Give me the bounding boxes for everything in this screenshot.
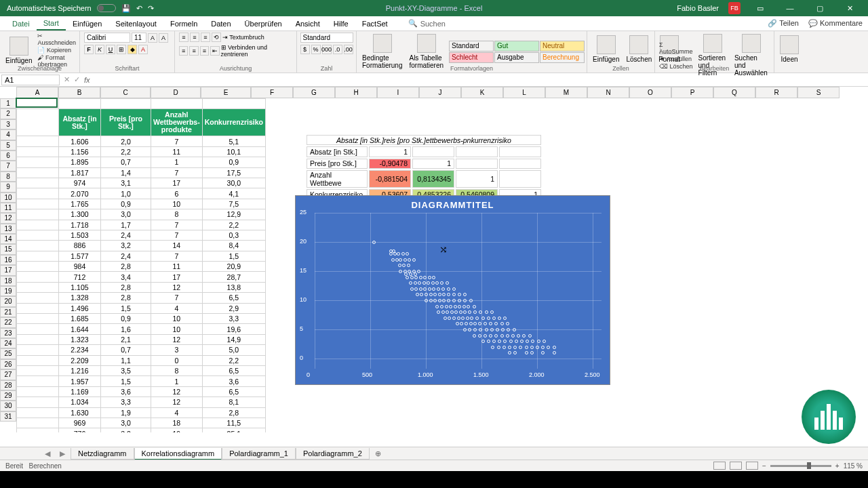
currency-icon[interactable]: $ (300, 45, 310, 54)
fill-button[interactable]: ▼ Ausfüllen (659, 56, 693, 62)
row-header[interactable]: 30 (0, 401, 16, 411)
row-header[interactable]: 13 (0, 224, 16, 234)
row-header[interactable]: 3 (0, 119, 16, 129)
sheet-tab[interactable]: Korrelationsdiagramm (134, 448, 222, 460)
col-header[interactable]: I (377, 87, 419, 98)
underline-button[interactable]: U (106, 45, 115, 54)
col-header[interactable]: O (629, 87, 671, 98)
tab-datei[interactable]: Datei (5, 18, 37, 30)
row-header[interactable]: 24 (0, 338, 16, 348)
undo-icon[interactable]: ↶ (136, 4, 142, 13)
align-center-icon[interactable]: ≡ (189, 46, 198, 56)
tab-daten[interactable]: Daten (204, 18, 237, 30)
view-layout-icon[interactable] (730, 462, 742, 470)
col-header[interactable]: M (545, 87, 587, 98)
zoom-in-icon[interactable]: + (835, 462, 840, 470)
paste-button[interactable]: Einfügen (4, 35, 33, 66)
row-header[interactable]: 26 (0, 359, 16, 369)
tab-ansicht[interactable]: Ansicht (289, 18, 327, 30)
row-header[interactable]: 22 (0, 317, 16, 327)
cut-button[interactable]: ✂ Ausschneiden (37, 33, 76, 46)
row-header[interactable]: 19 (0, 286, 16, 296)
copy-button[interactable]: 📄 Kopieren (37, 47, 76, 54)
user-badge[interactable]: FB (728, 2, 741, 14)
ribbon-options-icon[interactable]: ▭ (750, 4, 770, 13)
number-format-select[interactable]: Standard (300, 33, 353, 43)
tab-seitenlayout[interactable]: Seitenlayout (108, 18, 163, 30)
row-header[interactable]: 10 (0, 192, 16, 203)
selected-cell[interactable] (16, 98, 58, 108)
minimize-icon[interactable]: — (780, 4, 800, 12)
comma-icon[interactable]: 000 (322, 45, 332, 54)
indent-dec-icon[interactable]: ⇤ (210, 46, 219, 56)
col-header[interactable]: G (293, 87, 335, 98)
align-top-icon[interactable]: ≡ (179, 33, 189, 42)
save-icon[interactable]: 💾 (121, 4, 131, 13)
cancel-formula-icon[interactable]: ✕ (64, 75, 70, 84)
insert-cells-button[interactable]: Einfügen (591, 34, 620, 64)
col-header[interactable]: C (100, 87, 151, 98)
col-header[interactable]: S (797, 87, 840, 98)
row-header[interactable]: 23 (0, 328, 16, 338)
row-header[interactable]: 17 (0, 265, 16, 275)
cell-styles-gallery[interactable]: Standard Gut Neutral Schlecht Ausgabe Be… (449, 41, 585, 63)
search-box[interactable]: 🔍 Suchen (408, 19, 446, 28)
tab-einfuegen[interactable]: Einfügen (66, 18, 108, 30)
row-header[interactable]: 16 (0, 255, 16, 265)
font-name-select[interactable]: Calibri (84, 33, 130, 43)
nav-prev-icon[interactable]: ◀ (41, 449, 54, 458)
align-right-icon[interactable]: ≡ (200, 46, 209, 56)
row-header[interactable]: 4 (0, 129, 16, 140)
row-header[interactable]: 1 (0, 98, 16, 108)
col-header[interactable]: D (151, 87, 201, 98)
view-normal-icon[interactable] (713, 462, 726, 470)
tab-start[interactable]: Start (37, 17, 66, 30)
row-header[interactable]: 2 (0, 108, 16, 119)
align-bot-icon[interactable]: ≡ (201, 33, 210, 42)
wrap-button[interactable]: ⇥ Textumbruch (222, 34, 264, 41)
row-header[interactable]: 14 (0, 234, 16, 244)
row-header[interactable]: 18 (0, 276, 16, 286)
row-header[interactable]: 28 (0, 380, 16, 390)
bold-button[interactable]: F (84, 45, 94, 54)
close-icon[interactable]: ✕ (840, 4, 860, 13)
italic-button[interactable]: K (95, 45, 104, 54)
autosum-button[interactable]: Σ AutoSumme (659, 41, 693, 55)
align-left-icon[interactable]: ≡ (179, 46, 188, 56)
dec-dec-icon[interactable]: .00 (344, 45, 353, 54)
row-header[interactable]: 25 (0, 348, 16, 359)
row-header[interactable]: 12 (0, 213, 16, 223)
nav-next-icon[interactable]: ▶ (54, 449, 71, 458)
col-header[interactable]: E (201, 87, 251, 98)
col-header[interactable]: Q (713, 87, 755, 98)
percent-icon[interactable]: % (311, 45, 321, 54)
row-header[interactable]: 29 (0, 390, 16, 401)
row-header[interactable]: 20 (0, 296, 16, 306)
worksheet-grid[interactable]: ABCDEFGHIJKLMNOPQRS 12345678910111213141… (0, 87, 868, 432)
row-header[interactable]: 5 (0, 140, 16, 150)
comments-button[interactable]: 💬 Kommentare (808, 19, 863, 28)
row-header[interactable]: 31 (0, 411, 16, 422)
delete-cells-button[interactable]: Löschen (625, 34, 653, 64)
row-header[interactable]: 6 (0, 150, 16, 161)
col-header[interactable]: K (461, 87, 503, 98)
col-header[interactable]: A (16, 87, 58, 98)
row-header[interactable]: 15 (0, 244, 16, 254)
enter-formula-icon[interactable]: ✓ (74, 75, 80, 84)
scatter-chart[interactable]: DIAGRAMMTITEL 05001.0001.5002.0002.50005… (295, 195, 610, 385)
view-break-icon[interactable] (746, 462, 758, 470)
row-header[interactable]: 21 (0, 307, 16, 317)
font-grow-icon[interactable]: A (148, 33, 157, 43)
merge-button[interactable]: ⊞ Verbinden und zentrieren (221, 44, 292, 58)
row-header[interactable]: 11 (0, 203, 16, 213)
name-box[interactable]: A1 (1, 75, 60, 85)
col-header[interactable]: J (419, 87, 461, 98)
tab-formeln[interactable]: Formeln (163, 18, 204, 30)
tab-ueberpruefen[interactable]: Überprüfen (238, 18, 289, 30)
border-button[interactable]: ⊞ (117, 45, 126, 54)
share-button[interactable]: 🔗 Teilen (768, 19, 799, 28)
zoom-label[interactable]: 115 % (844, 462, 863, 470)
zoom-out-icon[interactable]: − (762, 462, 766, 470)
font-shrink-icon[interactable]: A (159, 33, 168, 43)
font-color-button[interactable]: A (138, 45, 148, 54)
